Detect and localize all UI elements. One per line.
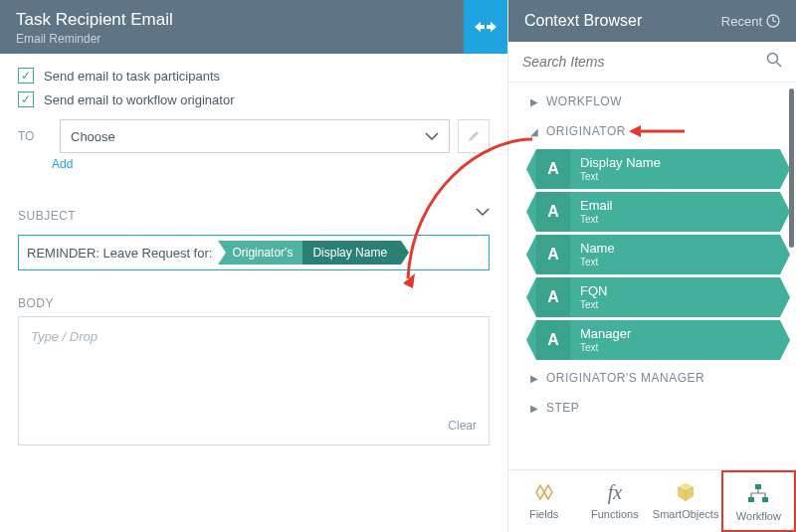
- subject-token-displayname[interactable]: Display Name: [302, 241, 401, 265]
- subject-token-originator[interactable]: Originator's: [218, 241, 302, 265]
- tree-node-workflow[interactable]: ▶WORKFLOW: [512, 87, 786, 116]
- text-type-icon: A: [536, 149, 570, 189]
- chevron-down-icon[interactable]: [476, 205, 490, 220]
- edit-to-button[interactable]: [458, 119, 490, 153]
- subject-input[interactable]: REMINDER: Leave Request for: Originator'…: [18, 235, 490, 270]
- tab-fields[interactable]: Fields: [508, 470, 579, 532]
- to-dropdown[interactable]: Choose: [60, 119, 450, 153]
- subject-text: REMINDER: Leave Request for:: [27, 246, 212, 261]
- check-icon: ✓: [18, 91, 34, 107]
- context-tree: ▶WORKFLOW ◢ORIGINATOR ADisplay NameText …: [508, 83, 796, 469]
- text-type-icon: A: [536, 192, 570, 232]
- svg-rect-3: [748, 497, 754, 502]
- body-label: BODY: [18, 296, 490, 310]
- caret-down-icon: ◢: [530, 126, 538, 137]
- text-type-icon: A: [536, 277, 570, 317]
- tree-node-originator[interactable]: ◢ORIGINATOR: [512, 116, 786, 146]
- search-icon[interactable]: [766, 52, 782, 72]
- functions-icon: fx: [608, 480, 622, 504]
- caret-right-icon: ▶: [530, 373, 538, 384]
- chevron-down-icon: [425, 129, 439, 144]
- search-row: [508, 42, 796, 83]
- field-email[interactable]: AEmailText: [536, 192, 780, 232]
- dropdown-value: Choose: [71, 129, 115, 144]
- field-display-name[interactable]: ADisplay NameText: [536, 149, 780, 189]
- context-header: Context Browser Recent: [508, 0, 796, 42]
- context-title: Context Browser: [524, 12, 642, 30]
- tree-node-orig-manager[interactable]: ▶ORIGINATOR'S MANAGER: [512, 363, 786, 393]
- subject-label: SUBJECT: [18, 209, 76, 223]
- svg-point-1: [768, 54, 778, 64]
- checkbox-label: Send email to workflow originator: [44, 92, 234, 107]
- to-label: TO: [18, 129, 52, 143]
- search-input[interactable]: [522, 54, 730, 70]
- toggle-context-button[interactable]: [464, 0, 507, 54]
- body-clear[interactable]: Clear: [31, 419, 477, 433]
- body-placeholder: Type / Drop: [31, 329, 477, 344]
- fields-icon: [532, 480, 556, 504]
- panel-title: Task Recipient Email: [16, 10, 173, 30]
- add-to-link[interactable]: Add: [52, 157, 73, 171]
- field-fqn[interactable]: AFQNText: [536, 277, 780, 317]
- caret-right-icon: ▶: [530, 96, 538, 107]
- tab-smartobjects[interactable]: SmartObjects: [651, 470, 721, 532]
- clock-icon: [766, 14, 780, 28]
- smartobjects-icon: [675, 480, 696, 504]
- recent-link[interactable]: Recent: [721, 14, 780, 29]
- body-editor[interactable]: Type / Drop Clear: [18, 316, 490, 445]
- field-name[interactable]: ANameText: [536, 235, 780, 274]
- checkbox-label: Send email to task participants: [44, 69, 220, 84]
- panel-subtitle: Email Reminder: [16, 32, 173, 46]
- workflow-icon: [746, 482, 770, 506]
- text-type-icon: A: [536, 235, 570, 274]
- field-manager[interactable]: AManagerText: [536, 320, 780, 360]
- panel-header: Task Recipient Email Email Reminder: [0, 0, 464, 54]
- svg-rect-2: [755, 484, 761, 489]
- caret-right-icon: ▶: [530, 403, 538, 414]
- checkbox-originator[interactable]: ✓ Send email to workflow originator: [18, 91, 490, 107]
- check-icon: ✓: [18, 68, 34, 84]
- tree-node-step[interactable]: ▶STEP: [512, 393, 786, 423]
- checkbox-participants[interactable]: ✓ Send email to task participants: [18, 68, 490, 84]
- pencil-icon: [467, 129, 481, 143]
- tab-functions[interactable]: fx Functions: [579, 470, 650, 532]
- arrows-icon: [475, 20, 497, 34]
- text-type-icon: A: [536, 320, 570, 360]
- svg-rect-4: [762, 497, 768, 502]
- tab-workflow[interactable]: Workflow: [721, 470, 796, 532]
